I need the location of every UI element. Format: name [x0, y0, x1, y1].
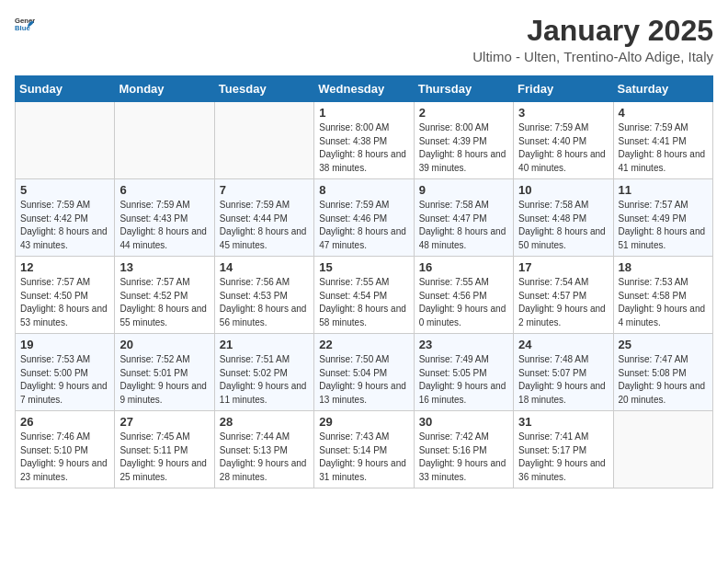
- day-number: 8: [319, 183, 408, 197]
- calendar-cell: 23Sunrise: 7:49 AMSunset: 5:05 PMDayligh…: [414, 334, 513, 411]
- weekday-header-wednesday: Wednesday: [314, 76, 414, 102]
- calendar-cell: 8Sunrise: 7:59 AMSunset: 4:46 PMDaylight…: [314, 179, 414, 257]
- day-number: 16: [419, 260, 508, 274]
- day-info: Sunrise: 7:55 AMSunset: 4:54 PMDaylight:…: [319, 276, 408, 329]
- day-number: 31: [518, 415, 608, 429]
- calendar-cell: 21Sunrise: 7:51 AMSunset: 5:02 PMDayligh…: [214, 334, 313, 411]
- calendar-cell: 11Sunrise: 7:57 AMSunset: 4:49 PMDayligh…: [613, 179, 712, 257]
- logo: General Blue: [15, 15, 35, 39]
- page-header: General Blue January 2025 Ultimo - Ulten…: [15, 15, 713, 64]
- day-info: Sunrise: 7:43 AMSunset: 5:14 PMDaylight:…: [319, 431, 408, 484]
- day-info: Sunrise: 7:59 AMSunset: 4:40 PMDaylight:…: [518, 121, 608, 175]
- calendar-cell: 13Sunrise: 7:57 AMSunset: 4:52 PMDayligh…: [115, 257, 214, 334]
- day-number: 19: [20, 338, 109, 351]
- calendar-cell: 29Sunrise: 7:43 AMSunset: 5:14 PMDayligh…: [314, 411, 414, 488]
- calendar-cell: 19Sunrise: 7:53 AMSunset: 5:00 PMDayligh…: [16, 334, 115, 411]
- day-number: 7: [220, 183, 309, 197]
- svg-text:Blue: Blue: [15, 24, 30, 32]
- day-number: 28: [220, 415, 309, 429]
- calendar-cell: 14Sunrise: 7:56 AMSunset: 4:53 PMDayligh…: [214, 257, 313, 334]
- day-info: Sunrise: 7:46 AMSunset: 5:10 PMDaylight:…: [20, 431, 109, 484]
- calendar-cell: 22Sunrise: 7:50 AMSunset: 5:04 PMDayligh…: [314, 334, 414, 411]
- day-number: 1: [319, 106, 408, 120]
- day-number: 24: [518, 338, 608, 351]
- day-info: Sunrise: 7:59 AMSunset: 4:46 PMDaylight:…: [319, 199, 408, 252]
- day-info: Sunrise: 7:59 AMSunset: 4:44 PMDaylight:…: [220, 199, 309, 252]
- day-number: 18: [619, 260, 708, 274]
- day-info: Sunrise: 8:00 AMSunset: 4:38 PMDaylight:…: [319, 121, 408, 175]
- day-number: 21: [220, 338, 309, 351]
- day-info: Sunrise: 7:42 AMSunset: 5:16 PMDaylight:…: [419, 431, 508, 484]
- day-info: Sunrise: 7:59 AMSunset: 4:41 PMDaylight:…: [619, 121, 708, 175]
- calendar-cell: 9Sunrise: 7:58 AMSunset: 4:47 PMDaylight…: [414, 179, 513, 257]
- calendar-cell: 27Sunrise: 7:45 AMSunset: 5:11 PMDayligh…: [115, 411, 214, 488]
- day-number: 30: [419, 415, 508, 429]
- calendar-cell: 6Sunrise: 7:59 AMSunset: 4:43 PMDaylight…: [115, 179, 214, 257]
- day-info: Sunrise: 7:57 AMSunset: 4:50 PMDaylight:…: [20, 276, 109, 329]
- day-info: Sunrise: 7:56 AMSunset: 4:53 PMDaylight:…: [220, 276, 309, 329]
- day-number: 20: [119, 338, 209, 351]
- weekday-header-saturday: Saturday: [613, 76, 712, 102]
- day-number: 10: [518, 183, 608, 197]
- day-number: 29: [319, 415, 408, 429]
- day-info: Sunrise: 7:58 AMSunset: 4:48 PMDaylight:…: [518, 199, 608, 252]
- day-number: 26: [20, 415, 109, 429]
- calendar-cell: 12Sunrise: 7:57 AMSunset: 4:50 PMDayligh…: [16, 257, 115, 334]
- day-info: Sunrise: 7:49 AMSunset: 5:05 PMDaylight:…: [419, 353, 508, 407]
- weekday-header-sunday: Sunday: [16, 76, 115, 102]
- day-number: 22: [319, 338, 408, 351]
- day-info: Sunrise: 7:59 AMSunset: 4:42 PMDaylight:…: [20, 199, 109, 252]
- calendar-cell: 3Sunrise: 7:59 AMSunset: 4:40 PMDaylight…: [514, 102, 613, 179]
- calendar-week-row: 19Sunrise: 7:53 AMSunset: 5:00 PMDayligh…: [16, 334, 713, 411]
- day-info: Sunrise: 7:47 AMSunset: 5:08 PMDaylight:…: [619, 353, 708, 407]
- calendar-cell: 15Sunrise: 7:55 AMSunset: 4:54 PMDayligh…: [314, 257, 414, 334]
- calendar-cell: 2Sunrise: 8:00 AMSunset: 4:39 PMDaylight…: [414, 102, 513, 179]
- calendar-cell: 20Sunrise: 7:52 AMSunset: 5:01 PMDayligh…: [115, 334, 214, 411]
- calendar-week-row: 5Sunrise: 7:59 AMSunset: 4:42 PMDaylight…: [16, 179, 713, 257]
- calendar-cell: 7Sunrise: 7:59 AMSunset: 4:44 PMDaylight…: [214, 179, 313, 257]
- weekday-header-row: SundayMondayTuesdayWednesdayThursdayFrid…: [16, 76, 713, 102]
- calendar-cell: 31Sunrise: 7:41 AMSunset: 5:17 PMDayligh…: [514, 411, 613, 488]
- day-info: Sunrise: 7:52 AMSunset: 5:01 PMDaylight:…: [119, 353, 209, 407]
- day-number: 13: [119, 260, 209, 274]
- calendar-cell: 25Sunrise: 7:47 AMSunset: 5:08 PMDayligh…: [613, 334, 712, 411]
- calendar-cell: 16Sunrise: 7:55 AMSunset: 4:56 PMDayligh…: [414, 257, 513, 334]
- day-info: Sunrise: 7:59 AMSunset: 4:43 PMDaylight:…: [119, 199, 209, 252]
- calendar-cell: 24Sunrise: 7:48 AMSunset: 5:07 PMDayligh…: [514, 334, 613, 411]
- day-info: Sunrise: 7:48 AMSunset: 5:07 PMDaylight:…: [518, 353, 608, 407]
- day-number: 6: [119, 183, 209, 197]
- title-area: January 2025 Ultimo - Ulten, Trentino-Al…: [472, 15, 713, 64]
- calendar-cell: 1Sunrise: 8:00 AMSunset: 4:38 PMDaylight…: [314, 102, 414, 179]
- day-info: Sunrise: 7:57 AMSunset: 4:49 PMDaylight:…: [619, 199, 708, 252]
- calendar-cell: [214, 102, 313, 179]
- day-info: Sunrise: 7:53 AMSunset: 5:00 PMDaylight:…: [20, 353, 109, 407]
- day-info: Sunrise: 7:41 AMSunset: 5:17 PMDaylight:…: [518, 431, 608, 484]
- day-number: 14: [220, 260, 309, 274]
- calendar-cell: 26Sunrise: 7:46 AMSunset: 5:10 PMDayligh…: [16, 411, 115, 488]
- day-number: 12: [20, 260, 109, 274]
- day-info: Sunrise: 7:58 AMSunset: 4:47 PMDaylight:…: [419, 199, 508, 252]
- weekday-header-thursday: Thursday: [414, 76, 513, 102]
- day-info: Sunrise: 7:54 AMSunset: 4:57 PMDaylight:…: [518, 276, 608, 329]
- logo-icon: General Blue: [15, 15, 35, 35]
- day-info: Sunrise: 7:55 AMSunset: 4:56 PMDaylight:…: [419, 276, 508, 329]
- calendar-cell: 10Sunrise: 7:58 AMSunset: 4:48 PMDayligh…: [514, 179, 613, 257]
- month-title: January 2025: [472, 15, 713, 47]
- day-number: 15: [319, 260, 408, 274]
- calendar-week-row: 12Sunrise: 7:57 AMSunset: 4:50 PMDayligh…: [16, 257, 713, 334]
- weekday-header-tuesday: Tuesday: [214, 76, 313, 102]
- weekday-header-friday: Friday: [514, 76, 613, 102]
- weekday-header-monday: Monday: [115, 76, 214, 102]
- calendar-cell: [613, 411, 712, 488]
- day-number: 25: [619, 338, 708, 351]
- day-info: Sunrise: 7:44 AMSunset: 5:13 PMDaylight:…: [220, 431, 309, 484]
- day-number: 5: [20, 183, 109, 197]
- day-info: Sunrise: 8:00 AMSunset: 4:39 PMDaylight:…: [419, 121, 508, 175]
- day-number: 11: [619, 183, 708, 197]
- calendar-week-row: 1Sunrise: 8:00 AMSunset: 4:38 PMDaylight…: [16, 102, 713, 179]
- day-number: 23: [419, 338, 508, 351]
- day-info: Sunrise: 7:51 AMSunset: 5:02 PMDaylight:…: [220, 353, 309, 407]
- calendar-cell: 30Sunrise: 7:42 AMSunset: 5:16 PMDayligh…: [414, 411, 513, 488]
- day-info: Sunrise: 7:45 AMSunset: 5:11 PMDaylight:…: [119, 431, 209, 484]
- day-info: Sunrise: 7:53 AMSunset: 4:58 PMDaylight:…: [619, 276, 708, 329]
